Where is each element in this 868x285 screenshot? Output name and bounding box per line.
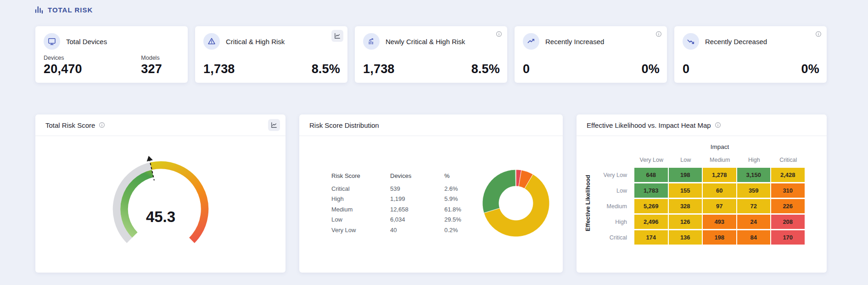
devices-value: 1,199 [390, 195, 444, 202]
heatmap-cell[interactable]: 72 [737, 199, 771, 213]
bar-chart-icon [34, 5, 44, 14]
devices-value: 6,034 [390, 216, 444, 223]
card-percent: 8.5% [312, 62, 340, 76]
card-title: Newly Critical & High Risk [386, 38, 465, 46]
percent-value: 29.5% [444, 216, 473, 223]
heatmap-x-axis-label: Impact [634, 143, 805, 150]
distribution-row: Very Low400.2% [319, 225, 473, 235]
card-recently-decreased: Recently Decreased 0 0% [674, 26, 827, 83]
heatmap-row: Very Low6481981,2783,1502,428 [592, 168, 822, 182]
metric-label: Devices [44, 55, 82, 61]
heatmap-cell[interactable]: 648 [634, 168, 668, 182]
heatmap-cell[interactable]: 1,783 [634, 183, 668, 198]
heatmap-cell[interactable]: 359 [737, 183, 771, 198]
donut-slice-very-low[interactable] [515, 170, 516, 186]
heatmap-column-header: Critical [771, 157, 806, 163]
trend-down-icon [683, 33, 699, 50]
info-icon[interactable] [814, 30, 823, 38]
heatmap-cell[interactable]: 126 [669, 215, 702, 229]
bar-chart-arrow-icon [363, 33, 380, 50]
donut-chart[interactable] [481, 168, 551, 238]
heatmap-cell[interactable]: 136 [669, 230, 702, 245]
panel-title: Risk Score Distribution [309, 121, 379, 129]
heatmap-row: Critical17413619884170 [592, 230, 822, 245]
percent-value: 61.8% [444, 206, 473, 213]
heatmap-cell[interactable]: 198 [669, 168, 702, 182]
heatmap-cell[interactable]: 24 [737, 215, 771, 229]
risk-score-distribution-panel: Risk Score Distribution Risk Score Devic… [299, 114, 563, 273]
heatmap-cell[interactable]: 155 [669, 183, 702, 198]
heatmap-grid: Very Low6481981,2783,1502,428Low1,783155… [592, 168, 822, 245]
card-newly-critical-high-risk: Newly Critical & High Risk 1,738 8.5% [355, 26, 507, 83]
heatmap-cell[interactable]: 170 [771, 230, 805, 245]
card-critical-high-risk: Critical & High Risk 1,738 8.5% [195, 26, 347, 83]
heatmap-cell[interactable]: 226 [771, 199, 805, 213]
heatmap-row-label: Low [592, 188, 634, 194]
heatmap-cell[interactable]: 3,150 [737, 168, 771, 182]
risk-level-label: Critical [331, 185, 390, 192]
heatmap-cell[interactable]: 493 [703, 215, 736, 229]
heatmap-cell[interactable]: 1,278 [703, 168, 736, 182]
page-header: TOTAL RISK [34, 5, 827, 15]
column-header: % [444, 172, 473, 179]
heatmap-row: Low1,78315560359310 [592, 183, 822, 198]
panel-title: Total Risk Score [45, 121, 95, 129]
models-metric: Models 327 [141, 55, 162, 76]
column-header: Risk Score [331, 172, 390, 179]
card-value: 0 [683, 62, 689, 76]
heatmap-cell[interactable]: 198 [703, 230, 736, 245]
donut-slice-low[interactable] [482, 170, 516, 213]
heatmap-cell[interactable]: 208 [771, 215, 805, 229]
info-icon[interactable] [99, 122, 105, 128]
card-percent: 8.5% [471, 62, 500, 76]
heatmap-row-label: Critical [592, 234, 634, 241]
total-risk-score-panel: Total Risk Score [35, 114, 286, 273]
metric-value: 327 [141, 62, 162, 76]
info-icon[interactable] [495, 30, 503, 38]
distribution-row: High1,1995.9% [319, 194, 473, 205]
card-total-devices: Total Devices Devices 20,470 Models 327 [35, 26, 188, 83]
heatmap-y-axis-label: Effective Likelihood [583, 163, 592, 243]
heatmap-column-header: Low [669, 157, 703, 163]
risk-level-label: Low [331, 216, 390, 223]
heatmap-cell[interactable]: 97 [703, 199, 736, 213]
trend-chart-button[interactable] [268, 119, 280, 131]
percent-value: 0.2% [444, 227, 473, 234]
heatmap-row: Medium5,2693289772226 [592, 199, 822, 213]
distribution-row: Low6,03429.5% [319, 215, 473, 225]
warning-triangle-icon [203, 33, 220, 50]
card-percent: 0% [642, 62, 660, 76]
card-title: Recently Increased [545, 38, 604, 46]
heatmap-cell[interactable]: 2,428 [771, 168, 805, 182]
risk-score-gauge: 45.3 [35, 136, 286, 273]
risk-level-label: Medium [331, 206, 390, 213]
devices-value: 12,658 [390, 206, 444, 213]
trend-chart-button[interactable] [331, 30, 343, 42]
distribution-row: Medium12,65861.8% [319, 204, 473, 215]
info-icon[interactable] [655, 30, 663, 38]
total-risk-dashboard: TOTAL RISK Total Devices Devices 20,470 [0, 0, 868, 273]
card-title: Recently Decreased [705, 38, 767, 46]
card-title: Total Devices [66, 38, 107, 46]
info-icon[interactable] [715, 122, 721, 128]
heatmap-column-header: Medium [703, 157, 737, 163]
heatmap-cell[interactable]: 310 [771, 183, 805, 198]
heatmap-cell[interactable]: 5,269 [634, 199, 668, 213]
risk-level-label: High [331, 195, 390, 202]
heatmap-column-header: High [737, 157, 772, 163]
heatmap-row-label: High [592, 219, 634, 225]
heatmap-cell[interactable]: 84 [737, 230, 771, 245]
heatmap-column-headers: Very LowLowMediumHighCritical [634, 157, 822, 163]
heatmap-cell[interactable]: 2,496 [634, 215, 668, 229]
heatmap-cell[interactable]: 60 [703, 183, 736, 198]
heatmap-cell[interactable]: 174 [634, 230, 668, 245]
heatmap-row-label: Medium [592, 203, 634, 210]
devices-metric: Devices 20,470 [44, 55, 82, 76]
metric-label: Models [141, 55, 162, 61]
card-value: 0 [523, 62, 530, 76]
distribution-row: Critical5392.6% [319, 183, 473, 194]
percent-value: 5.9% [444, 195, 473, 202]
heatmap-panel: Effective Likelihood vs. Impact Heat Map… [577, 114, 827, 273]
card-recently-increased: Recently Increased 0 0% [515, 26, 667, 83]
heatmap-cell[interactable]: 328 [669, 199, 702, 213]
